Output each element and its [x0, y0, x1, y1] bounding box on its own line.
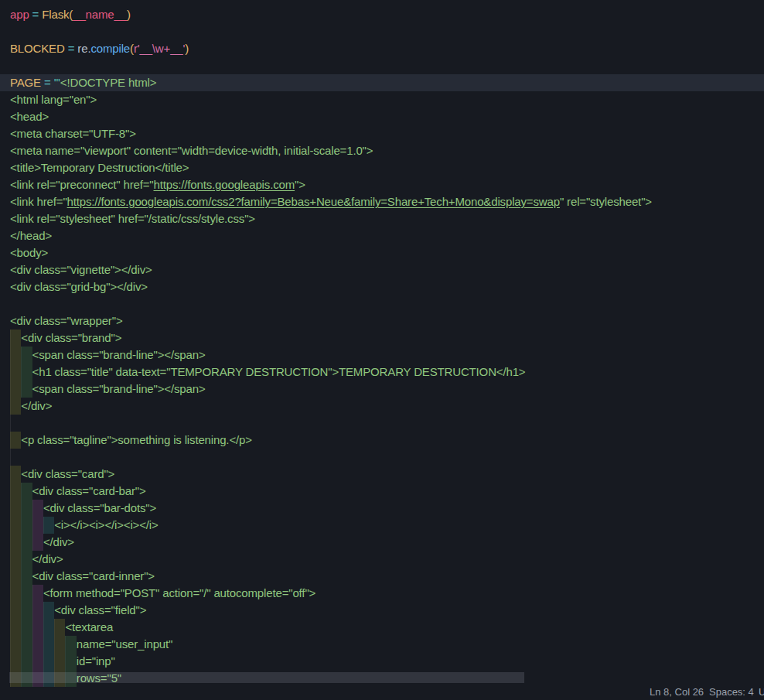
- code-line[interactable]: id="inp": [0, 653, 764, 670]
- indent-guide-block: [10, 653, 21, 670]
- indent-guide-block: [32, 517, 43, 534]
- indent-guide-block: [10, 432, 21, 449]
- code-text: <title>Temporary Destruction</title>: [10, 159, 189, 176]
- code-line[interactable]: <div class="card-inner">: [0, 568, 764, 585]
- indent-guide-block: [43, 602, 54, 619]
- code-line[interactable]: <p class="tagline">something is listenin…: [0, 432, 764, 449]
- horizontal-scrollbar-thumb[interactable]: [9, 672, 524, 683]
- indent-guide-block: [32, 619, 43, 636]
- indent-guide-block: [21, 483, 32, 500]
- code-line[interactable]: <div class="wrapper">: [0, 312, 764, 330]
- status-bar: Ln 8, Col 26 Spaces: 4 UTF-8: [0, 683, 764, 700]
- indent-guide-block: [32, 585, 43, 602]
- indent-guide-block: [21, 551, 32, 568]
- code-line[interactable]: [0, 415, 764, 432]
- code-line[interactable]: <div class="vignette"></div>: [0, 261, 764, 278]
- indent-guide-block: [54, 619, 65, 636]
- code-line[interactable]: <html lang="en">: [0, 91, 764, 108]
- indent-guide-block: [21, 602, 32, 619]
- code-line[interactable]: <title>Temporary Destruction</title>: [0, 159, 764, 176]
- code-text: PAGE = '''<!DOCTYPE html>: [10, 74, 156, 91]
- code-line[interactable]: <link rel="stylesheet" href="/static/css…: [0, 210, 764, 227]
- indent-guide-line: [10, 415, 21, 432]
- indent-guide-block: [21, 347, 32, 364]
- code-text: name="user_input": [77, 636, 172, 653]
- code-line[interactable]: <form method="POST" action="/" autocompl…: [0, 585, 764, 602]
- indent-guide-block: [10, 517, 21, 534]
- code-text: <h1 class="title" data-text="TEMPORARY D…: [32, 364, 526, 381]
- code-line[interactable]: <span class="brand-line"></span>: [0, 347, 764, 364]
- indent-guide-block: [10, 619, 21, 636]
- code-line[interactable]: <i></i><i></i><i></i>: [0, 517, 764, 534]
- code-line[interactable]: [0, 449, 764, 466]
- indent-guide-block: [21, 500, 32, 517]
- code-line[interactable]: <span class="brand-line"></span>: [0, 381, 764, 398]
- indent-guide-block: [10, 466, 21, 483]
- indent-guide-block: [21, 619, 32, 636]
- code-text: <form method="POST" action="/" autocompl…: [43, 585, 315, 602]
- code-line[interactable]: app = Flask(__name__): [0, 6, 764, 23]
- indent-guide-block: [10, 330, 21, 347]
- code-text: <head>: [10, 108, 49, 125]
- code-line[interactable]: <div class="bar-dots">: [0, 500, 764, 517]
- code-line[interactable]: name="user_input": [0, 636, 764, 653]
- status-encoding[interactable]: UTF-8: [759, 686, 764, 698]
- code-text: <p class="tagline">something is listenin…: [21, 432, 252, 449]
- code-text: <span class="brand-line"></span>: [32, 381, 206, 398]
- code-text: app = Flask(__name__): [10, 6, 131, 23]
- code-line[interactable]: <div class="card">: [0, 466, 764, 483]
- code-text: <div class="vignette"></div>: [10, 261, 152, 278]
- status-indentation[interactable]: Spaces: 4: [709, 686, 754, 698]
- indent-guide-line: [10, 449, 21, 466]
- code-text: <span class="brand-line"></span>: [32, 347, 206, 364]
- code-line[interactable]: <link href="https://fonts.googleapis.com…: [0, 193, 764, 210]
- code-text: <div class="card">: [21, 466, 114, 483]
- code-line[interactable]: </div>: [0, 551, 764, 568]
- code-text: </div>: [43, 534, 74, 551]
- code-text: <textarea: [65, 619, 113, 636]
- code-line[interactable]: <div class="card-bar">: [0, 483, 764, 500]
- code-line[interactable]: [0, 295, 764, 312]
- indent-guide-block: [21, 653, 32, 670]
- code-line[interactable]: <div class="grid-bg"></div>: [0, 278, 764, 295]
- code-line[interactable]: </div>: [0, 534, 764, 551]
- indent-guide-block: [21, 517, 32, 534]
- indent-guide-block: [21, 568, 32, 585]
- indent-guide-block: [65, 653, 76, 670]
- code-line[interactable]: <div class="field">: [0, 602, 764, 619]
- indent-guide-block: [32, 636, 43, 653]
- code-line[interactable]: <head>: [0, 108, 764, 125]
- indent-guide-block: [21, 364, 32, 381]
- indent-guide-block: [21, 636, 32, 653]
- indent-guide-block: [21, 585, 32, 602]
- code-line[interactable]: <body>: [0, 244, 764, 261]
- indent-guide-block: [10, 568, 21, 585]
- code-line[interactable]: <h1 class="title" data-text="TEMPORARY D…: [0, 364, 764, 381]
- code-line[interactable]: <meta name="viewport" content="width=dev…: [0, 142, 764, 159]
- indent-guide-block: [10, 483, 21, 500]
- status-line-col[interactable]: Ln 8, Col 26: [650, 686, 704, 698]
- code-line[interactable]: [0, 23, 764, 40]
- code-line[interactable]: <textarea: [0, 619, 764, 636]
- code-line[interactable]: </div>: [0, 398, 764, 415]
- indent-guide-block: [10, 500, 21, 517]
- indent-guide-block: [10, 636, 21, 653]
- indent-guide-block: [65, 636, 76, 653]
- code-line-current[interactable]: PAGE = '''<!DOCTYPE html>: [0, 74, 764, 91]
- code-line[interactable]: </head>: [0, 227, 764, 244]
- code-line[interactable]: <meta charset="UTF-8">: [0, 125, 764, 142]
- code-area[interactable]: app = Flask(__name__)BLOCKED = re.compil…: [0, 0, 764, 700]
- indent-guide-block: [32, 534, 43, 551]
- indent-guide-block: [43, 636, 54, 653]
- indent-guide-block: [43, 517, 54, 534]
- indent-guide-block: [21, 381, 32, 398]
- code-line[interactable]: <link rel="preconnect" href="https://fon…: [0, 176, 764, 193]
- code-line[interactable]: <div class="brand">: [0, 330, 764, 347]
- code-text: <div class="field">: [54, 602, 146, 619]
- indent-guide-block: [10, 602, 21, 619]
- code-line[interactable]: BLOCKED = re.compile(r'__\w+__'): [0, 40, 764, 57]
- code-text: <div class="card-bar">: [32, 483, 146, 500]
- code-text: <link rel="preconnect" href="https://fon…: [10, 176, 305, 193]
- code-line[interactable]: [0, 57, 764, 74]
- indent-guide-block: [10, 551, 21, 568]
